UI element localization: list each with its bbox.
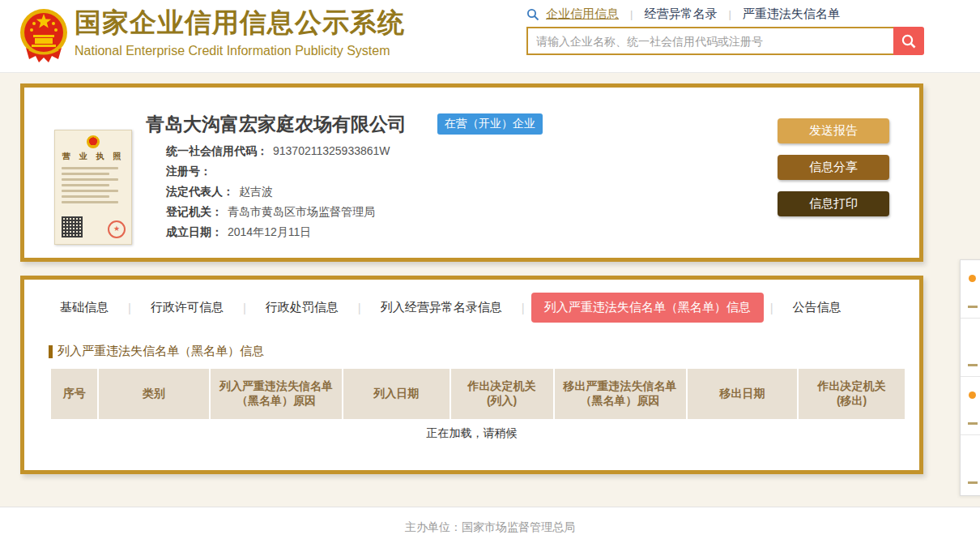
share-info-button[interactable]: 信息分享 bbox=[778, 155, 889, 180]
send-report-button[interactable]: 发送报告 bbox=[778, 118, 889, 143]
section-title-marker bbox=[49, 345, 53, 358]
page-footer: 主办单位：国家市场监督管理总局 bbox=[0, 507, 980, 539]
national-emblem-logo bbox=[19, 6, 68, 67]
tab-basic-info[interactable]: 基础信息 bbox=[47, 293, 121, 323]
company-fields: 统一社会信用代码：91370211325933861W 注册号： 法定代表人：赵… bbox=[166, 141, 390, 242]
license-qr-code bbox=[62, 216, 83, 237]
col-inclusion-date: 列入日期 bbox=[343, 369, 450, 419]
toolbar-orange-icon bbox=[969, 391, 976, 399]
search-button[interactable] bbox=[893, 27, 924, 55]
side-toolbar-item-3[interactable] bbox=[961, 377, 980, 435]
license-red-seal bbox=[108, 220, 126, 238]
nav-separator: | bbox=[630, 8, 633, 20]
tab-bar: 基础信息 | 行政许可信息 | 行政处罚信息 | 列入经营异常名录信息 | 列入… bbox=[47, 293, 919, 323]
side-toolbar-item-2[interactable] bbox=[961, 319, 980, 377]
nav-link-enterprise-credit[interactable]: 企业信用信息 bbox=[546, 6, 619, 22]
site-subtitle: National Enterprise Credit Information P… bbox=[75, 44, 405, 58]
tab-announcements[interactable]: 公告信息 bbox=[780, 293, 854, 323]
nav-link-serious-violation[interactable]: 严重违法失信名单 bbox=[743, 6, 840, 22]
tab-administrative-licensing[interactable]: 行政许可信息 bbox=[138, 293, 236, 323]
col-deciding-authority-removal: 作出决定机关 (移出) bbox=[799, 369, 905, 419]
status-badge: 在营（开业）企业 bbox=[437, 113, 543, 135]
field-registration-number: 注册号： bbox=[166, 161, 390, 182]
footer-organizer-text: 主办单位：国家市场监督管理总局 bbox=[0, 520, 980, 535]
col-category: 类别 bbox=[99, 369, 209, 419]
field-legal-representative: 法定代表人：赵吉波 bbox=[166, 182, 390, 202]
detail-card: 基础信息 | 行政许可信息 | 行政处罚信息 | 列入经营异常名录信息 | 列入… bbox=[20, 276, 923, 474]
nav-separator: | bbox=[728, 8, 731, 20]
search-bar bbox=[526, 27, 924, 55]
field-credit-code: 统一社会信用代码：91370211325933861W bbox=[166, 141, 390, 161]
field-registration-authority: 登记机关：青岛市黄岛区市场监督管理局 bbox=[166, 202, 390, 222]
license-text-lines bbox=[62, 167, 125, 203]
table-header-row: 序号 类别 列入严重违法失信名单（黑名单）原因 列入日期 作出决定机关 (列入)… bbox=[51, 369, 905, 419]
search-input[interactable] bbox=[526, 27, 893, 55]
floating-side-toolbar bbox=[960, 259, 980, 496]
loading-message: 正在加载，请稍候 bbox=[24, 426, 919, 441]
col-removal-date: 移出日期 bbox=[688, 369, 798, 419]
tab-serious-violation-blacklist[interactable]: 列入严重违法失信名单（黑名单）信息 bbox=[531, 293, 764, 323]
side-toolbar-item-1[interactable] bbox=[961, 260, 980, 319]
nav-link-abnormal-operations[interactable]: 经营异常名录 bbox=[644, 6, 717, 22]
toolbar-orange-icon bbox=[969, 275, 976, 282]
tab-abnormal-operations-list[interactable]: 列入经营异常名录信息 bbox=[368, 293, 515, 323]
search-button-icon bbox=[901, 33, 917, 49]
search-icon bbox=[526, 8, 539, 21]
company-summary-card: 营 业 执 照 青岛大沟富宏家庭农场有限公司 在营（开业）企业 统一社会信用代码… bbox=[20, 83, 923, 262]
col-removal-reason: 移出严重违法失信名单（黑名单）原因 bbox=[555, 369, 686, 419]
side-toolbar-item-4[interactable] bbox=[961, 435, 980, 494]
tab-administrative-penalty[interactable]: 行政处罚信息 bbox=[253, 293, 352, 323]
page-header: 国家企业信用信息公示系统 National Enterprise Credit … bbox=[0, 0, 980, 73]
section-title: 列入严重违法失信名单（黑名单）信息 bbox=[49, 344, 919, 359]
site-title: 国家企业信用信息公示系统 bbox=[75, 5, 405, 41]
company-name: 青岛大沟富宏家庭农场有限公司 bbox=[146, 112, 407, 137]
license-emblem-icon bbox=[87, 135, 100, 148]
license-title: 营 业 执 照 bbox=[62, 151, 125, 162]
field-establishment-date: 成立日期：2014年12月11日 bbox=[166, 222, 390, 242]
col-inclusion-reason: 列入严重违法失信名单（黑名单）原因 bbox=[211, 369, 342, 419]
blacklist-table: 序号 类别 列入严重违法失信名单（黑名单）原因 列入日期 作出决定机关 (列入)… bbox=[49, 369, 906, 419]
print-info-button[interactable]: 信息打印 bbox=[778, 191, 889, 216]
col-serial-number: 序号 bbox=[51, 369, 97, 419]
top-nav: 企业信用信息 | 经营异常名录 | 严重违法失信名单 bbox=[526, 6, 840, 22]
col-deciding-authority-inclusion: 作出决定机关 (列入) bbox=[451, 369, 553, 419]
company-actions: 发送报告 信息分享 信息打印 bbox=[778, 118, 889, 228]
business-license-thumbnail: 营 业 执 照 bbox=[54, 130, 132, 245]
